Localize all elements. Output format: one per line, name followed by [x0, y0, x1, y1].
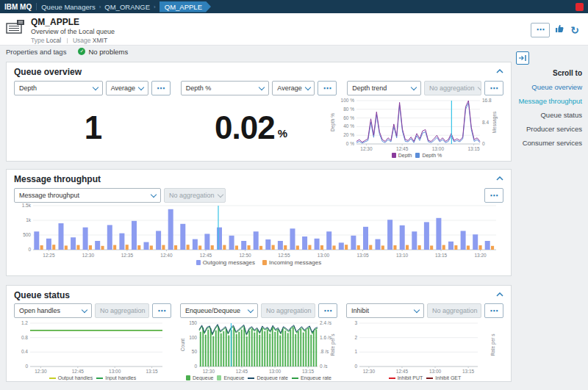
legend-swatch: [426, 378, 433, 379]
chart-options-button[interactable]: ⋯: [318, 303, 337, 318]
chart-options-button[interactable]: ⋯: [484, 81, 503, 95]
aggregation-select: No aggregation: [427, 303, 481, 318]
legend-item[interactable]: Inhibit PUT: [389, 375, 423, 380]
chart-svg: 012312:3012:4513:0013:15Rate per s: [346, 320, 498, 375]
legend-swatch: [96, 378, 103, 379]
legend-item[interactable]: Incoming messages: [262, 259, 321, 266]
depth-trend-chart[interactable]: 0 %20 %40 %60 %80 %100 %16.88.4012:3012:…: [330, 98, 503, 152]
enqueue-dequeue-chart[interactable]: 0501001502.4 /s1.6 /s.8 /s0 /s12:3012:45…: [180, 320, 337, 375]
svg-text:13:15: 13:15: [467, 146, 480, 151]
svg-text:80 %: 80 %: [343, 106, 354, 112]
svg-text:13:00: 13:00: [109, 369, 121, 374]
scroll-to-item[interactable]: Producer services: [513, 125, 582, 133]
queue-icon: [6, 19, 25, 35]
svg-text:1.5k: 1.5k: [22, 203, 32, 208]
chart-options-button[interactable]: ⋯: [318, 81, 337, 95]
panel-title: Message throughput: [14, 174, 503, 184]
chevron-down-icon: [259, 84, 265, 90]
selector-row: Open handles No aggregation ⋯: [14, 303, 171, 318]
metric-select[interactable]: Open handles: [14, 303, 92, 318]
tab-properties-and-tags[interactable]: Properties and tags: [6, 48, 66, 56]
legend-swatch: [389, 378, 395, 379]
queue-overview-panel: Queue overview Depth Average ⋯ Depth % A…: [6, 62, 512, 162]
type-label: Type: [31, 37, 44, 44]
problems-status: ✓ No problems: [78, 48, 128, 56]
page-title: QM_APPLE: [31, 17, 115, 27]
metric-select[interactable]: Enqueue/Dequeue: [180, 303, 258, 318]
legend-item[interactable]: Inhibit GET: [426, 375, 461, 380]
breadcrumb-separator: ›: [154, 4, 156, 10]
chart-options-button[interactable]: ⋯: [152, 303, 171, 318]
scroll-to-item[interactable]: Queue status: [513, 111, 582, 119]
chart-legend: DepthDepth %: [330, 153, 503, 158]
scroll-to-item[interactable]: Queue overview: [513, 83, 582, 91]
aggregation-select[interactable]: Average: [106, 81, 148, 95]
svg-text:12:40: 12:40: [160, 253, 173, 258]
collapse-panel-icon[interactable]: [496, 292, 503, 297]
legend-item[interactable]: Depth: [392, 153, 412, 158]
queue-status-panel: Queue status Open handles No aggregation…: [6, 285, 512, 382]
chart-options-button[interactable]: ⋯: [484, 303, 503, 318]
type-value: Local: [46, 37, 61, 44]
legend-item[interactable]: Output handles: [49, 375, 93, 380]
collapse-panel-icon[interactable]: [496, 176, 503, 181]
legend-item[interactable]: Depth %: [415, 153, 442, 158]
breadcrumb-item[interactable]: QM_ORANGE: [104, 3, 150, 11]
select-value: Message throughput: [19, 192, 79, 199]
aggregation-select[interactable]: Average: [272, 81, 315, 95]
chevron-down-icon: [304, 84, 310, 90]
legend-item[interactable]: Enqueue: [217, 375, 244, 380]
legend-item[interactable]: Enqueue rate: [292, 375, 331, 380]
svg-text:Count: Count: [180, 339, 185, 352]
svg-text:13:10: 13:10: [396, 253, 409, 258]
svg-text:Depth %: Depth %: [330, 113, 336, 131]
inhibit-chart[interactable]: 012312:3012:4513:0013:15Rate per s: [346, 320, 503, 375]
scroll-to-item[interactable]: Message throughput: [513, 97, 582, 105]
legend-item[interactable]: Dequeue rate: [248, 375, 287, 380]
chart-options-button[interactable]: ⋯: [151, 81, 171, 95]
svg-text:12:45: 12:45: [200, 253, 212, 258]
problems-label: No problems: [88, 48, 128, 56]
chart-legend: Inhibit PUTInhibit GET: [346, 375, 503, 380]
more-actions-button[interactable]: ⋯: [531, 23, 550, 37]
scroll-to-item[interactable]: Consumer services: [513, 139, 582, 147]
breadcrumb-item[interactable]: QM_APPLE: [159, 1, 211, 12]
collapse-panel-icon[interactable]: [496, 69, 503, 73]
metric-select[interactable]: Depth %: [181, 81, 270, 95]
chevron-down-icon: [477, 84, 481, 90]
svg-text:13:00: 13:00: [432, 146, 445, 151]
usage-value: XMIT: [93, 37, 107, 44]
chart-options-button[interactable]: ⋯: [484, 188, 503, 203]
product-name[interactable]: IBM MQ: [4, 3, 32, 11]
svg-text:100: 100: [189, 335, 197, 340]
pin-sidebar-button[interactable]: [516, 51, 529, 65]
legend-item[interactable]: Input handles: [96, 375, 136, 380]
metric-select[interactable]: Message throughput: [14, 188, 161, 203]
message-throughput-chart[interactable]: 05001k1.5k12:2512:3012:3512:4012:4512:50…: [14, 203, 503, 259]
metric-select[interactable]: Inhibit: [346, 303, 424, 318]
legend-label: Depth %: [422, 153, 442, 158]
chevron-down-icon: [92, 84, 98, 90]
open-handles-chart[interactable]: 00.40.81.212:3012:4513:0013:15: [14, 320, 171, 375]
thumbs-up-icon[interactable]: [555, 24, 565, 37]
legend-item[interactable]: Dequeue: [186, 375, 213, 380]
svg-text:1.2: 1.2: [21, 320, 28, 325]
alert-indicator[interactable]: [576, 3, 584, 11]
top-navigation-bar: IBM MQ Queue Managers›QM_ORANGE›QM_APPLE: [0, 0, 588, 13]
select-value: No aggregation: [266, 307, 312, 314]
divider: [36, 3, 37, 10]
legend-label: Dequeue: [193, 375, 213, 380]
refresh-button[interactable]: ↻: [570, 24, 579, 36]
chart-legend: DequeueEnqueueDequeue rateEnqueue rate: [180, 375, 337, 380]
kpi-value: 0.02: [215, 109, 275, 146]
divider: [67, 38, 68, 43]
svg-text:0: 0: [354, 364, 357, 369]
metric-select[interactable]: Depth: [14, 81, 103, 95]
breadcrumb-item[interactable]: Queue Managers: [41, 3, 95, 11]
svg-text:Messages: Messages: [492, 111, 498, 133]
chevron-down-icon: [480, 307, 481, 313]
svg-text:100 %: 100 %: [341, 98, 355, 103]
metric-select[interactable]: Depth trend: [347, 81, 421, 95]
svg-text:2.4 /s: 2.4 /s: [320, 320, 332, 325]
legend-item[interactable]: Outgoing messages: [196, 259, 255, 266]
